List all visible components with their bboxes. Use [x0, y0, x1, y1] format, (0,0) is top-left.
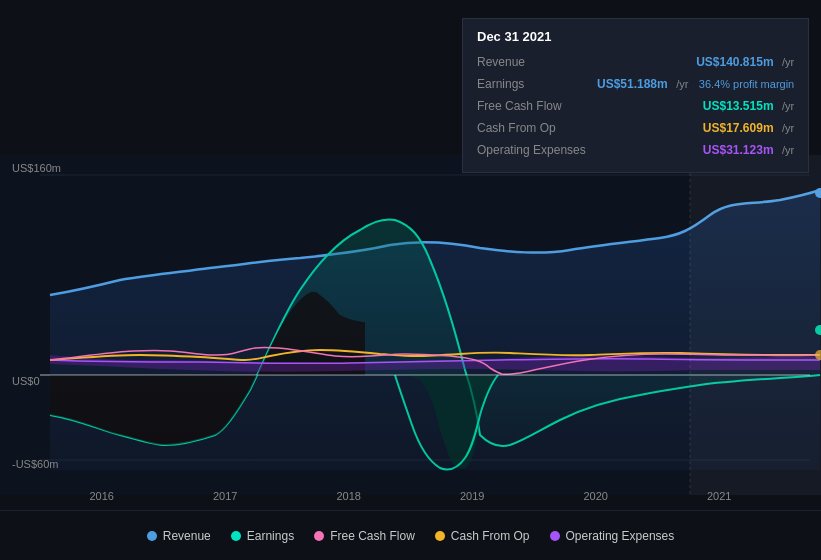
- tooltip-earnings-row: Earnings US$51.188m /yr 36.4% profit mar…: [477, 74, 794, 92]
- tooltip-fcf-label: Free Cash Flow: [477, 99, 597, 113]
- legend-label-fcf: Free Cash Flow: [330, 529, 415, 543]
- tooltip-date: Dec 31 2021: [477, 29, 794, 44]
- svg-rect-9: [690, 155, 821, 495]
- y-axis-bottom-label: -US$60m: [12, 458, 58, 470]
- tooltip-earnings-label: Earnings: [477, 77, 597, 91]
- tooltip-opex-label: Operating Expenses: [477, 143, 597, 157]
- legend-dot-earnings: [231, 531, 241, 541]
- legend-label-opex: Operating Expenses: [566, 529, 675, 543]
- tooltip-opex-row: Operating Expenses US$31.123m /yr: [477, 140, 794, 158]
- legend-earnings[interactable]: Earnings: [231, 529, 294, 543]
- tooltip-revenue-row: Revenue US$140.815m /yr: [477, 52, 794, 70]
- chart-legend: Revenue Earnings Free Cash Flow Cash Fro…: [0, 510, 821, 560]
- legend-opex[interactable]: Operating Expenses: [550, 529, 675, 543]
- tooltip-cfo-row: Cash From Op US$17.609m /yr: [477, 118, 794, 136]
- legend-dot-cfo: [435, 531, 445, 541]
- tooltip-card: Dec 31 2021 Revenue US$140.815m /yr Earn…: [462, 18, 809, 173]
- y-axis-zero-label: US$0: [12, 375, 40, 387]
- legend-fcf[interactable]: Free Cash Flow: [314, 529, 415, 543]
- tooltip-earnings-value: US$51.188m: [597, 77, 668, 91]
- tooltip-revenue-unit: /yr: [782, 56, 794, 68]
- legend-dot-opex: [550, 531, 560, 541]
- x-label-2019: 2019: [460, 490, 484, 502]
- tooltip-opex-value: US$31.123m: [703, 143, 774, 157]
- legend-cfo[interactable]: Cash From Op: [435, 529, 530, 543]
- legend-label-revenue: Revenue: [163, 529, 211, 543]
- x-label-2017: 2017: [213, 490, 237, 502]
- x-label-2020: 2020: [584, 490, 608, 502]
- tooltip-opex-unit: /yr: [782, 144, 794, 156]
- tooltip-revenue-value: US$140.815m: [696, 55, 773, 69]
- x-label-2021: 2021: [707, 490, 731, 502]
- legend-label-earnings: Earnings: [247, 529, 294, 543]
- tooltip-cfo-value: US$17.609m: [703, 121, 774, 135]
- tooltip-earnings-unit: /yr: [676, 78, 688, 90]
- tooltip-revenue-label: Revenue: [477, 55, 597, 69]
- tooltip-profit-margin: 36.4% profit margin: [699, 78, 794, 90]
- tooltip-fcf-unit: /yr: [782, 100, 794, 112]
- y-axis-top-label: US$160m: [12, 162, 61, 174]
- x-label-2016: 2016: [90, 490, 114, 502]
- legend-label-cfo: Cash From Op: [451, 529, 530, 543]
- tooltip-cfo-label: Cash From Op: [477, 121, 597, 135]
- tooltip-fcf-row: Free Cash Flow US$13.515m /yr: [477, 96, 794, 114]
- legend-dot-revenue: [147, 531, 157, 541]
- legend-dot-fcf: [314, 531, 324, 541]
- legend-revenue[interactable]: Revenue: [147, 529, 211, 543]
- tooltip-cfo-unit: /yr: [782, 122, 794, 134]
- tooltip-fcf-value: US$13.515m: [703, 99, 774, 113]
- x-label-2018: 2018: [337, 490, 361, 502]
